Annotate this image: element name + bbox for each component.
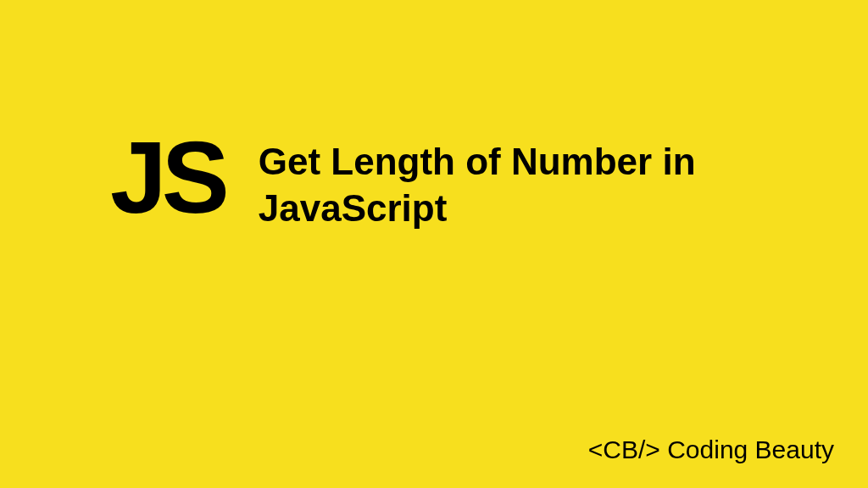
js-logo: JS bbox=[110, 131, 225, 223]
page-title: Get Length of Number in JavaScript bbox=[259, 131, 767, 231]
brand-signature: <CB/> Coding Beauty bbox=[588, 435, 834, 464]
main-content: JS Get Length of Number in JavaScript bbox=[110, 131, 767, 231]
